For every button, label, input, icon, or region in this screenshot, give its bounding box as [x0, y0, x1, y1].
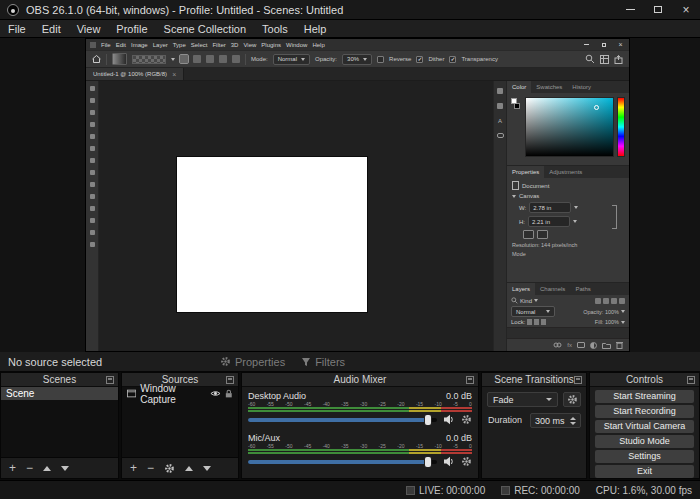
transitions-body: Fade Duration 300 ms	[482, 387, 586, 478]
channel-name: Mic/Aux	[248, 433, 280, 443]
start-streaming-button[interactable]: Start Streaming	[595, 390, 694, 403]
menu-tools[interactable]: Tools	[254, 23, 296, 35]
ps-tool-icon	[90, 158, 95, 163]
menu-edit[interactable]: Edit	[34, 23, 69, 35]
scenes-list[interactable]: Scene	[1, 387, 118, 457]
ps-menu-item: 3D	[231, 42, 239, 48]
menu-profile[interactable]: Profile	[108, 23, 155, 35]
source-list-item[interactable]: Window Capture	[122, 387, 238, 400]
sources-toolbar: + −	[122, 457, 238, 478]
scenes-dock: Scenes Scene + −	[0, 372, 119, 479]
start-virtual-camera-button[interactable]: Start Virtual Camera	[595, 420, 694, 433]
preview-area[interactable]: File Edit Image Layer Type Select Filter…	[0, 38, 700, 352]
visibility-eye-icon[interactable]	[210, 389, 221, 398]
duration-spinbox[interactable]: 300 ms	[530, 413, 581, 428]
ps-tool-icon	[90, 230, 95, 235]
dock-popout-icon[interactable]	[687, 376, 695, 384]
studio-mode-button[interactable]: Studio Mode	[595, 435, 694, 448]
close-button[interactable]: ×	[672, 0, 700, 19]
mode-label: Mode:	[251, 56, 268, 62]
speaker-icon[interactable]	[443, 456, 455, 467]
dock-popout-icon[interactable]	[226, 376, 234, 384]
dock-popout-icon[interactable]	[466, 376, 474, 384]
volume-slider[interactable]	[248, 460, 437, 464]
transitions-dock-header[interactable]: Scene Transitions	[482, 373, 586, 387]
fx-icon: fx	[567, 342, 572, 348]
filter-adjustment-icon	[603, 298, 609, 304]
move-scene-up-button[interactable]	[43, 466, 51, 471]
spin-down-icon[interactable]	[570, 422, 576, 425]
menu-file[interactable]: File	[0, 23, 34, 35]
ps-canvas-area	[99, 81, 493, 351]
ps-tool-icon	[90, 86, 95, 91]
transition-settings-button[interactable]	[563, 392, 581, 407]
rec-status: REC: 00:00:00	[501, 485, 580, 496]
window-capture-icon	[127, 389, 136, 398]
duration-label: Duration	[488, 415, 522, 425]
transition-dropdown[interactable]: Fade	[487, 392, 558, 407]
properties-button[interactable]: Properties	[220, 356, 285, 368]
add-scene-button[interactable]: +	[9, 462, 16, 474]
speaker-icon[interactable]	[443, 414, 455, 425]
scenes-dock-header[interactable]: Scenes	[1, 373, 118, 387]
ps-menu-item: Type	[173, 42, 186, 48]
tab-history: History	[567, 81, 596, 93]
volume-slider-handle[interactable]	[425, 415, 431, 425]
filter-icon	[301, 357, 311, 367]
ps-menu-item: Filter	[212, 42, 225, 48]
titlebar: OBS 26.1.0 (64-bit, windows) - Profile: …	[0, 0, 700, 20]
home-icon	[92, 55, 101, 63]
maximize-button[interactable]	[644, 0, 672, 19]
share-icon	[614, 55, 623, 64]
color-picker	[507, 93, 629, 157]
menu-help[interactable]: Help	[296, 23, 335, 35]
scene-list-item[interactable]: Scene	[1, 387, 118, 400]
lock-icon[interactable]	[225, 389, 233, 399]
mode-row: Mode	[512, 251, 624, 257]
volume-slider[interactable]	[248, 418, 437, 422]
gear-icon	[567, 394, 578, 405]
start-recording-button[interactable]: Start Recording	[595, 405, 694, 418]
move-source-up-button[interactable]	[185, 466, 193, 471]
settings-button[interactable]: Settings	[595, 450, 694, 463]
move-scene-down-button[interactable]	[61, 466, 69, 471]
source-properties-gear-icon[interactable]	[164, 463, 175, 474]
menu-scene-collection[interactable]: Scene Collection	[156, 23, 255, 35]
search-icon	[585, 54, 595, 64]
spin-up-icon[interactable]	[570, 417, 576, 420]
menu-view[interactable]: View	[69, 23, 109, 35]
exit-button[interactable]: Exit	[595, 465, 694, 478]
channel-settings-gear-icon[interactable]	[461, 456, 472, 467]
controls-dock-header[interactable]: Controls	[590, 373, 699, 387]
ps-menu-item: Select	[191, 42, 208, 48]
mixer-dock-header[interactable]: Audio Mixer	[242, 373, 478, 387]
scene-transitions-dock: Scene Transitions Fade Duration 300 ms	[481, 372, 587, 479]
portrait-icon	[537, 230, 548, 239]
dock-popout-icon[interactable]	[574, 376, 582, 384]
lock-pixels-icon	[534, 319, 539, 325]
linear-gradient-icon	[180, 55, 188, 63]
dock-popout-icon[interactable]	[106, 376, 114, 384]
mixer-channel-mic-aux: Mic/Aux 0.0 dB -60-55-50-45-40-35-30-25-…	[248, 432, 472, 468]
add-source-button[interactable]: +	[130, 462, 137, 474]
ps-panels: Color Swatches History Properties	[506, 81, 629, 351]
filter-type-icon	[611, 298, 617, 304]
channel-settings-gear-icon[interactable]	[461, 414, 472, 425]
volume-slider-handle[interactable]	[425, 457, 431, 467]
dropdown-arrow-icon	[546, 398, 552, 401]
radial-gradient-icon	[193, 55, 201, 63]
filters-button[interactable]: Filters	[301, 356, 345, 368]
captured-window[interactable]: File Edit Image Layer Type Select Filter…	[85, 38, 630, 352]
minimize-button[interactable]	[616, 0, 644, 19]
gear-icon	[220, 356, 231, 367]
remove-scene-button[interactable]: −	[26, 462, 33, 474]
trash-icon	[616, 341, 623, 349]
reflected-gradient-icon	[219, 55, 227, 63]
remove-source-button[interactable]: −	[147, 462, 154, 474]
sources-list[interactable]: Window Capture	[122, 387, 238, 457]
channel-level: 0.0 dB	[446, 433, 472, 443]
channel-level: 0.0 dB	[446, 391, 472, 401]
move-source-down-button[interactable]	[203, 466, 211, 471]
ps-menu-item: Layer	[153, 42, 168, 48]
window-controls: ×	[616, 0, 700, 19]
